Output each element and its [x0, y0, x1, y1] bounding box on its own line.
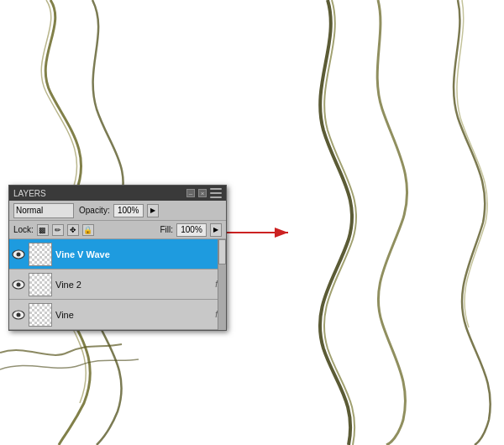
svg-point-5 — [17, 282, 21, 286]
eye-icon-1 — [12, 280, 25, 290]
layers-panel: LAYERS – × Normal Opacity: ▶ Lock: ▩ ✏ — [8, 185, 227, 331]
panel-menu-icon[interactable] — [210, 188, 222, 198]
opacity-arrow-button[interactable]: ▶ — [147, 204, 159, 217]
fill-input[interactable] — [176, 223, 207, 237]
lock-position-button[interactable]: ✥ — [67, 224, 79, 236]
layer-name-2: Vine — [55, 310, 212, 320]
layer-visibility-toggle-1[interactable] — [12, 278, 25, 291]
opacity-input[interactable] — [113, 204, 144, 217]
svg-point-7 — [17, 312, 21, 317]
layer-thumbnail-1 — [29, 273, 52, 296]
panel-titlebar: LAYERS – × — [9, 186, 226, 201]
fill-label: Fill: — [160, 225, 173, 234]
layers-list: Vine V Wave Vine 2 fx — [9, 239, 226, 330]
fill-arrow-button[interactable]: ▶ — [210, 223, 222, 237]
lock-label: Lock: — [13, 225, 34, 234]
layer-name-1: Vine 2 — [55, 280, 212, 290]
lock-all-button[interactable]: 🔒 — [82, 224, 94, 236]
layer-visibility-toggle-0[interactable] — [12, 248, 25, 261]
panel-title-label: LAYERS — [13, 189, 46, 198]
lock-image-button[interactable]: ✏ — [52, 224, 64, 236]
scrollbar-thumb[interactable] — [218, 239, 226, 264]
panel-minimize-button[interactable]: – — [186, 189, 195, 197]
panel-close-button[interactable]: × — [198, 189, 207, 197]
blend-opacity-row: Normal Opacity: ▶ — [9, 201, 226, 221]
lock-fill-row: Lock: ▩ ✏ ✥ 🔒 Fill: ▶ — [9, 221, 226, 239]
layer-item-vine-2[interactable]: Vine 2 fx — [9, 270, 226, 300]
lock-transparent-button[interactable]: ▩ — [37, 224, 49, 236]
panel-title-area: LAYERS — [13, 189, 46, 198]
layer-thumbnail-0 — [29, 243, 52, 266]
layer-item-vine-v-wave[interactable]: Vine V Wave — [9, 239, 226, 270]
blend-mode-select[interactable]: Normal — [13, 203, 74, 218]
layer-item-vine[interactable]: Vine fx — [9, 300, 226, 330]
opacity-label: Opacity: — [79, 206, 110, 215]
layer-thumbnail-2 — [29, 303, 52, 327]
layer-visibility-toggle-2[interactable] — [12, 308, 25, 322]
layers-scrollbar[interactable] — [218, 239, 226, 330]
layer-name-0: Vine V Wave — [55, 249, 223, 259]
eye-icon-0 — [12, 249, 25, 259]
eye-icon-2 — [12, 310, 25, 320]
panel-title-icons: – × — [186, 188, 222, 198]
svg-point-3 — [17, 252, 21, 256]
